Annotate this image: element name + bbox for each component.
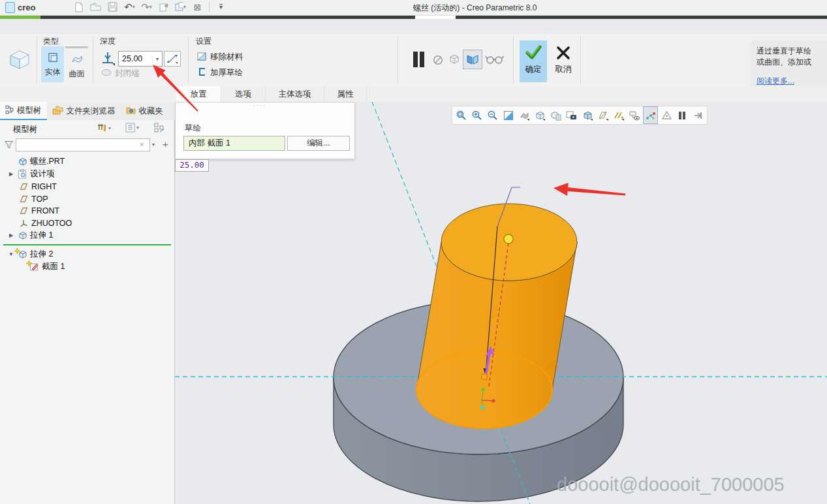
- model-tree-title: 模型树: [13, 124, 38, 135]
- tab-favorites[interactable]: 收藏夹: [121, 102, 169, 120]
- tree-row-design-items[interactable]: ▶ 设计项: [8, 168, 55, 180]
- new-file-icon[interactable]: [73, 1, 84, 12]
- tree-label: ZHUOTOO: [31, 219, 72, 228]
- panel-tab-body-options[interactable]: 主体选项: [266, 86, 324, 102]
- display-style-icon[interactable]: [580, 106, 595, 124]
- type-solid-button[interactable]: 实体: [41, 46, 64, 82]
- clear-search-icon[interactable]: ×: [140, 140, 144, 148]
- add-filter-icon[interactable]: +: [163, 138, 168, 150]
- tag-display-icon[interactable]: [627, 106, 642, 124]
- tree-show-hide-icon[interactable]: [154, 123, 164, 133]
- ribbon-separator: [188, 37, 189, 84]
- tree-row-part[interactable]: 螺丝.PRT: [17, 155, 65, 168]
- tree-row-right-plane[interactable]: RIGHT: [18, 180, 57, 193]
- shading-style-icon[interactable]: [517, 106, 532, 124]
- part-icon: [17, 157, 27, 167]
- 3d-canvas[interactable]: E_1: [175, 102, 827, 504]
- panel-tab-properties[interactable]: 属性: [324, 86, 367, 102]
- close-window-icon[interactable]: ⊠: [192, 1, 203, 12]
- thicken-sketch-option[interactable]: 加厚草绘: [196, 67, 243, 79]
- tree-columns-icon[interactable]: ▾: [125, 123, 139, 133]
- tree-insert-locator[interactable]: [3, 244, 171, 245]
- undo-dropdown-icon[interactable]: ▾: [133, 4, 135, 10]
- tree-row-top-plane[interactable]: TOP: [18, 193, 48, 205]
- unattached-preview-icon[interactable]: [446, 52, 462, 67]
- no-preview-icon[interactable]: [431, 54, 445, 67]
- watermark-text: dooooit@dooooit_7000005: [557, 474, 785, 496]
- windows-dropdown-icon[interactable]: ▾: [183, 4, 186, 10]
- type-surface-button[interactable]: 曲面: [65, 46, 88, 84]
- panel-tab-placement[interactable]: 放置: [176, 86, 221, 102]
- windows-icon[interactable]: ▾: [175, 1, 186, 12]
- tree-label: 设计项: [30, 168, 55, 180]
- extrude-icon: [17, 249, 27, 260]
- tree-row-csys[interactable]: ZHUOTOO: [18, 217, 72, 229]
- zoom-out-icon[interactable]: [485, 106, 500, 124]
- expander-icon[interactable]: ▶: [8, 171, 14, 177]
- depth-option-icon[interactable]: [99, 50, 116, 69]
- cancel-label: 取消: [555, 64, 572, 75]
- open-file-icon[interactable]: [90, 1, 101, 12]
- tree-row-section-1[interactable]: 截面 1: [29, 260, 65, 273]
- flip-depth-direction-button[interactable]: [164, 51, 181, 67]
- expander-icon[interactable]: ▶: [8, 232, 14, 238]
- tree-label: 拉伸 1: [30, 230, 53, 241]
- expander-icon[interactable]: ▼: [8, 251, 14, 257]
- view-manager-icon[interactable]: [548, 106, 563, 124]
- tree-search-input[interactable]: [16, 138, 150, 151]
- panel-tab-options[interactable]: 选项: [221, 86, 266, 102]
- spin-center-icon[interactable]: [643, 106, 658, 124]
- model-tree-header: 模型树 ▾ ▾: [0, 120, 175, 137]
- tree-row-front-plane[interactable]: FRONT: [18, 204, 59, 217]
- save-icon[interactable]: [107, 1, 118, 12]
- filter-funnel-icon[interactable]: [4, 140, 14, 151]
- attached-preview-icon[interactable]: [463, 50, 482, 69]
- zoom-in-icon[interactable]: [469, 106, 484, 124]
- named-views-icon[interactable]: [533, 106, 548, 124]
- depth-value-combobox[interactable]: 25.00 ▾: [118, 51, 163, 67]
- solid-icon: [46, 50, 59, 65]
- search-dropdown-icon[interactable]: ▾: [152, 142, 155, 148]
- zoom-window-icon[interactable]: [454, 106, 469, 124]
- edit-sketch-button[interactable]: 编辑...: [287, 136, 350, 151]
- creo-logo: creo: [5, 2, 35, 13]
- cancel-button[interactable]: 取消: [550, 40, 577, 82]
- folder-browser-tab-label: 文件夹浏览器: [67, 106, 116, 117]
- annotation-display-icon[interactable]: [612, 106, 627, 124]
- regenerate-icon[interactable]: [158, 1, 169, 12]
- new-feature-star-icon: [26, 259, 32, 268]
- depth-dropdown-icon[interactable]: ▾: [152, 56, 162, 62]
- tree-settings-icon[interactable]: ▾: [97, 123, 111, 133]
- panel-drag-handle[interactable]: ····: [253, 102, 266, 108]
- datum-tag-label: E_1: [548, 363, 559, 370]
- surface-label: 曲面: [69, 69, 85, 80]
- sketch-collector-field[interactable]: 内部 截面 1: [183, 136, 285, 151]
- ok-button[interactable]: 确定: [520, 40, 547, 82]
- extrude-icon: [17, 230, 27, 241]
- csys-icon: [18, 218, 29, 228]
- datum-display-icon[interactable]: [596, 106, 611, 124]
- capture-icon[interactable]: [564, 106, 579, 124]
- tab-folder-browser[interactable]: 文件夹浏览器: [47, 102, 121, 120]
- ribbon-separator: [93, 37, 93, 84]
- sketch-anchor-handle[interactable]: [482, 374, 487, 379]
- customize-toolbar-icon[interactable]: ▾: [215, 1, 226, 12]
- remove-material-option[interactable]: 移除材料: [196, 51, 243, 63]
- perspective-icon[interactable]: [659, 106, 674, 124]
- tree-label: 截面 1: [42, 261, 65, 272]
- redo-dropdown-icon[interactable]: ▾: [149, 4, 152, 10]
- redo-icon[interactable]: ↷▾: [141, 1, 152, 12]
- pause-icon[interactable]: [411, 50, 426, 69]
- exit-icon[interactable]: [691, 106, 706, 124]
- pause-icon[interactable]: [675, 106, 690, 124]
- undo-icon[interactable]: ↶▾: [124, 1, 135, 12]
- depth-value[interactable]: 25.00: [119, 54, 152, 63]
- graphics-area[interactable]: E_1 ···· 草绘 内部 截面 1 编辑...: [175, 102, 827, 504]
- depth-drag-handle[interactable]: [504, 234, 513, 244]
- read-more-link[interactable]: 阅读更多...: [757, 76, 794, 87]
- feature-preview-glasses-icon[interactable]: [484, 53, 505, 66]
- ok-check-icon: [523, 40, 543, 64]
- refit-icon[interactable]: [501, 106, 516, 124]
- tree-row-extrude-1[interactable]: ▶ 拉伸 1: [8, 229, 53, 242]
- tab-model-tree[interactable]: 模型树: [0, 102, 47, 120]
